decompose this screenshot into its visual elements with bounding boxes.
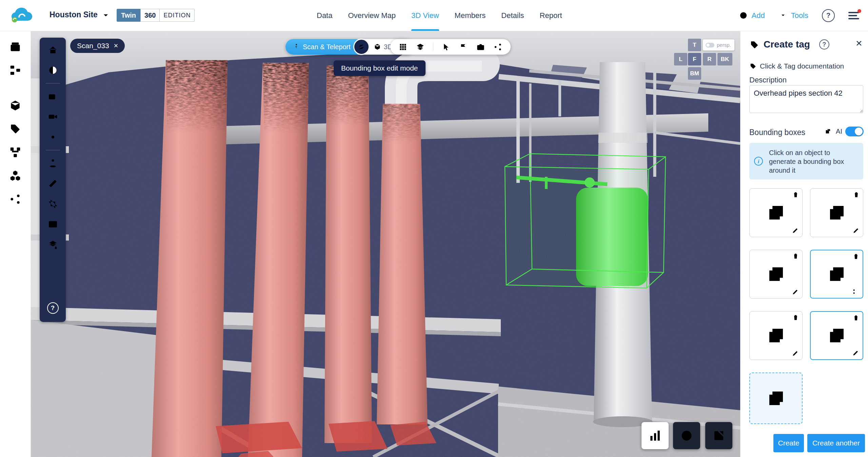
bounding-box-card-add[interactable]	[749, 373, 803, 424]
add-button[interactable]: Add	[739, 11, 765, 20]
trash-icon[interactable]	[852, 191, 860, 198]
3d-viewport[interactable]: ? Scan_033 × Scan & Teleport 3D Navi	[31, 31, 740, 457]
click-tag-documentation-link[interactable]: Click & Tag documentation	[749, 62, 844, 70]
viewer-help-icon[interactable]: ?	[47, 302, 59, 314]
camera-settings-icon[interactable]	[47, 91, 58, 102]
trash-icon[interactable]	[792, 191, 800, 198]
toolbar-divider	[46, 150, 60, 150]
scan-chip[interactable]: Scan_033 ×	[70, 39, 125, 53]
site-box-icon[interactable]	[9, 40, 22, 53]
create-button[interactable]: Create	[773, 434, 804, 452]
nav-3d-view[interactable]: 3D View	[411, 0, 439, 31]
ruler-icon[interactable]	[47, 178, 58, 189]
globe-icon[interactable]	[47, 65, 58, 76]
assets-cubes-icon[interactable]	[9, 169, 22, 182]
bounding-box-card[interactable]	[749, 250, 803, 299]
pencil-icon[interactable]	[852, 349, 859, 357]
grid-view-icon[interactable]	[398, 42, 408, 52]
camera-icon[interactable]	[476, 42, 485, 52]
bounding-box-card-selected[interactable]	[810, 311, 863, 360]
ai-toggle[interactable]	[845, 127, 864, 136]
scissors-icon[interactable]	[852, 288, 859, 295]
view-left-button[interactable]: L	[674, 53, 687, 65]
crop-icon[interactable]	[47, 198, 58, 209]
tag-icon	[749, 40, 760, 50]
pencil-icon[interactable]	[792, 227, 799, 234]
expand-icon	[712, 429, 726, 443]
trash-icon[interactable]	[792, 313, 800, 321]
scan-teleport-mode[interactable]: Scan & Teleport	[285, 39, 364, 55]
close-icon[interactable]: ×	[114, 42, 118, 50]
gear-icon[interactable]	[47, 132, 58, 142]
nav-members[interactable]: Members	[455, 0, 486, 31]
panel-help-icon[interactable]: ?	[819, 39, 829, 50]
select-cursor-icon[interactable]	[441, 42, 451, 52]
create-another-button[interactable]: Create another	[807, 434, 865, 452]
layers-icon[interactable]	[416, 42, 425, 52]
brand-logo-icon[interactable]	[9, 6, 35, 24]
mode-swap-icon[interactable]	[353, 39, 370, 55]
nav-report[interactable]: Report	[540, 0, 562, 31]
download-icon	[778, 11, 788, 20]
tag-icon[interactable]	[9, 122, 22, 135]
smiley-icon	[679, 429, 694, 443]
analytics-button[interactable]	[642, 422, 669, 449]
view-right-button[interactable]: R	[703, 53, 716, 65]
3d-scene-canvas[interactable]	[31, 31, 740, 457]
nav-details[interactable]: Details	[501, 0, 524, 31]
help-button[interactable]: ?	[822, 9, 835, 22]
nav-overview-map[interactable]: Overview Map	[348, 0, 396, 31]
chevron-down-icon[interactable]	[102, 11, 110, 19]
cube-3d-icon[interactable]	[9, 99, 22, 112]
cube-3d-icon	[374, 43, 381, 51]
panel-title: Create tag	[764, 39, 810, 50]
bounding-box-card[interactable]	[810, 188, 863, 237]
pencil-icon[interactable]	[852, 227, 860, 234]
view-cube: T persp. L F R BK BM	[674, 39, 734, 81]
notification-dot	[857, 9, 861, 13]
bounding-box-card[interactable]	[749, 311, 803, 360]
perspective-switch[interactable]	[706, 43, 714, 47]
nav-data[interactable]: Data	[317, 0, 332, 31]
cube-icon	[764, 386, 789, 411]
bounding-box-card[interactable]	[749, 188, 803, 237]
view-back-button[interactable]: BK	[717, 53, 732, 65]
badge-edition: EDITION	[160, 9, 195, 22]
menu-button[interactable]	[848, 11, 859, 20]
badge-twin: Twin	[117, 9, 140, 22]
info-banner: i Click on an object to generate a bound…	[749, 143, 863, 179]
share-icon[interactable]	[9, 193, 22, 206]
pencil-icon[interactable]	[792, 288, 799, 296]
workflow-icon[interactable]	[9, 146, 22, 159]
feedback-button[interactable]	[673, 422, 700, 449]
flag-icon[interactable]	[459, 42, 468, 52]
view-front-button[interactable]: F	[688, 53, 701, 65]
share-icon[interactable]	[493, 42, 502, 52]
perspective-toggle[interactable]: persp.	[703, 39, 734, 51]
point-cloud-paint-icon[interactable]	[47, 239, 58, 250]
trash-icon[interactable]	[852, 314, 860, 322]
ai-box-icon	[824, 127, 833, 136]
home-icon[interactable]	[47, 44, 58, 55]
video-camera-icon[interactable]	[47, 111, 58, 122]
panorama-icon[interactable]	[47, 219, 58, 230]
cube-icon	[824, 323, 849, 348]
tooltip: Bounding box edit mode	[334, 60, 426, 76]
bounding-boxes-label: Bounding boxes	[749, 128, 805, 137]
pencil-icon[interactable]	[792, 350, 799, 357]
street-view-icon[interactable]	[47, 158, 58, 169]
cube-icon	[764, 200, 789, 225]
panel-close-icon[interactable]: ×	[856, 38, 862, 49]
trash-icon[interactable]	[852, 252, 860, 260]
screenshot-button[interactable]	[705, 422, 732, 449]
trash-icon[interactable]	[792, 252, 800, 260]
view-bottom-button[interactable]: BM	[688, 67, 701, 80]
tools-button[interactable]: Tools	[778, 11, 808, 20]
tag-icon	[749, 62, 757, 70]
toolbar-divider	[46, 83, 60, 83]
hierarchy-icon[interactable]	[9, 64, 22, 77]
description-input[interactable]: Overhead pipes section 42	[749, 85, 863, 113]
view-top-button[interactable]: T	[688, 39, 701, 51]
walking-icon	[292, 43, 300, 51]
bounding-box-card-selected[interactable]	[810, 250, 863, 299]
